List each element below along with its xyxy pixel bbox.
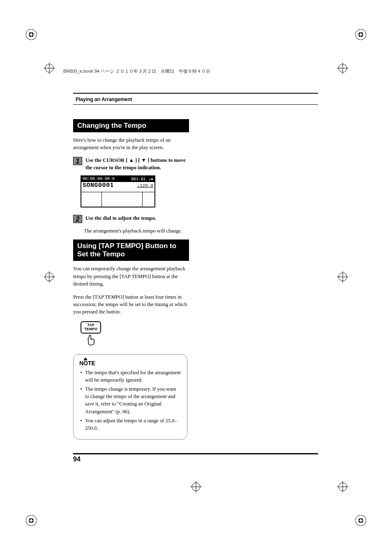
step-2-body: The arrangement's playback tempo will ch… bbox=[84, 227, 189, 235]
note-item: You can adjust the tempo in a range of 2… bbox=[85, 417, 181, 432]
step-number-2: 2 bbox=[73, 215, 82, 223]
section-heading-tap-tempo: Using [TAP TEMPO] Button to Set the Temp… bbox=[73, 240, 189, 261]
step-2: 2 Use the dial to adjust the tempo. bbox=[73, 215, 189, 223]
section2-para1: You can temporarily change the arrangeme… bbox=[73, 265, 189, 287]
lcd-time: 00:00:00-00:0 bbox=[83, 177, 115, 182]
book-header: BR800_e.book 94 ページ ２０１０年３月２日 火曜日 午後６時４０… bbox=[63, 68, 210, 74]
section-heading-changing-tempo: Changing the Tempo bbox=[73, 119, 189, 132]
lcd-song-name: SONG0001 bbox=[83, 182, 114, 189]
tap-tempo-button-graphic: TAP TEMPO bbox=[81, 321, 101, 334]
lcd-measure: 001-01 ↗● bbox=[131, 177, 153, 182]
lcd-display: 00:00:00-00:0 001-01 ↗● SONG0001 ♩120.0 bbox=[81, 175, 155, 207]
crosshair-b bbox=[190, 481, 202, 493]
note-item: The tempo change is temporary. If you wa… bbox=[85, 385, 181, 415]
note-title: NOTE bbox=[79, 360, 95, 366]
crosshair-mr bbox=[337, 271, 348, 283]
note-box: NOTE The tempo that's specified for the … bbox=[73, 354, 187, 440]
note-list: The tempo that's specified for the arran… bbox=[79, 369, 181, 432]
print-mark-tl bbox=[25, 29, 37, 40]
print-mark-tr bbox=[355, 29, 367, 40]
crosshair-tl bbox=[44, 62, 55, 74]
note-item: The tempo that's specified for the arran… bbox=[85, 369, 181, 384]
step-1-text: Use the CURSOR [ ▲ ] [ ▼ ] buttons to mo… bbox=[85, 157, 187, 171]
section1-intro: Here's how to change the playback tempo … bbox=[73, 136, 189, 151]
page-footer-rule bbox=[73, 453, 318, 454]
hand-press-icon bbox=[81, 334, 101, 348]
print-mark-br bbox=[355, 515, 367, 526]
step-number-1: 1 bbox=[73, 157, 82, 165]
tap-line2: TEMPO bbox=[82, 327, 99, 332]
main-content: Changing the Tempo Here's how to change … bbox=[73, 119, 189, 440]
step-2-text: Use the dial to adjust the tempo. bbox=[85, 215, 187, 222]
lcd-track-grid bbox=[81, 192, 154, 207]
page-header-title: Playing an Arrangement bbox=[76, 97, 132, 102]
page-header-rule: Playing an Arrangement bbox=[73, 93, 318, 105]
section2-para2: Press the [TAP TEMPO] button at least fo… bbox=[73, 293, 189, 315]
crosshair-tr bbox=[337, 62, 348, 74]
step-1: 1 Use the CURSOR [ ▲ ] [ ▼ ] buttons to … bbox=[73, 157, 189, 171]
tap-tempo-illustration: TAP TEMPO bbox=[81, 321, 101, 348]
lcd-tempo-value: ♩120.0 bbox=[137, 183, 153, 188]
print-mark-bl bbox=[25, 515, 37, 526]
page-number: 94 bbox=[73, 456, 81, 463]
crosshair-br bbox=[337, 481, 348, 493]
crosshair-ml bbox=[44, 271, 55, 283]
